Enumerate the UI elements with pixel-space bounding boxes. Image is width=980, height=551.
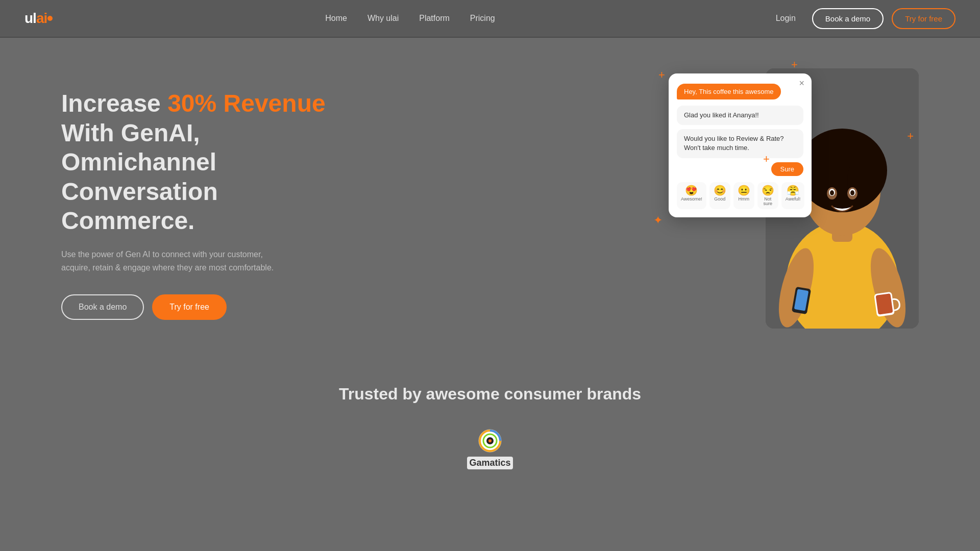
emoji-awful-label: Aweful! xyxy=(786,197,800,202)
svg-point-11 xyxy=(830,190,834,195)
plus-icon-1: + xyxy=(658,68,665,82)
chat-sure-area: Sure xyxy=(677,162,803,176)
emoji-awful-icon: 😤 xyxy=(787,185,799,195)
try-free-button-hero[interactable]: Try for free xyxy=(152,294,227,320)
book-demo-button-nav[interactable]: Book a demo xyxy=(812,8,884,29)
hero-left: Increase 30% RevenueWith GenAI, Omnichan… xyxy=(61,68,327,320)
chat-bubble-reply-2: Would you like to Review & Rate? Won't t… xyxy=(677,129,803,158)
svg-point-23 xyxy=(488,439,492,442)
gamatics-logo-icon xyxy=(477,428,503,454)
logo-text: ulai xyxy=(24,10,47,27)
hero-right: + + + + ✦ × Hey, This coffee this awesom… xyxy=(653,68,919,334)
hero-title-prefix: Increase xyxy=(61,90,167,117)
emoji-awesome[interactable]: 😍 Awesome! xyxy=(677,182,706,209)
hero-subtitle: Use the power of Gen AI to connect with … xyxy=(61,248,276,274)
emoji-good[interactable]: 😊 Good xyxy=(709,182,730,209)
trusted-section: Trusted by awesome consumer brands Gamat… xyxy=(0,354,980,490)
emoji-awesome-label: Awesome! xyxy=(681,197,702,202)
close-icon[interactable]: × xyxy=(799,79,804,88)
nav-pricing[interactable]: Pricing xyxy=(470,14,495,22)
emoji-awesome-icon: 😍 xyxy=(685,185,698,195)
logo-dot xyxy=(47,16,53,21)
nav-home[interactable]: Home xyxy=(325,14,347,22)
emoji-not-sure-label: Not sure xyxy=(762,197,774,206)
emoji-hmm-icon: 😐 xyxy=(738,185,750,195)
brand-gamatics: Gamatics xyxy=(467,428,512,469)
sure-button[interactable]: Sure xyxy=(771,162,803,176)
try-free-button-nav[interactable]: Try for free xyxy=(892,8,955,29)
nav-why-ulai[interactable]: Why ulai xyxy=(368,14,399,22)
hero-title: Increase 30% RevenueWith GenAI, Omnichan… xyxy=(61,89,327,236)
hero-section: Increase 30% RevenueWith GenAI, Omnichan… xyxy=(0,38,980,354)
emoji-hmm-label: Hmm xyxy=(739,197,750,202)
brand-logo[interactable]: ulai xyxy=(24,10,53,27)
book-demo-button-hero[interactable]: Book a demo xyxy=(61,294,144,320)
navbar: ulai Home Why ulai Platform Pricing Logi… xyxy=(0,0,980,37)
nav-links: Home Why ulai Platform Pricing xyxy=(325,14,495,23)
hero-buttons: Book a demo Try for free xyxy=(61,294,327,320)
brand-logos: Gamatics xyxy=(61,428,919,469)
emoji-not-sure-icon: 😒 xyxy=(762,185,774,195)
emoji-good-icon: 😊 xyxy=(714,185,726,195)
nav-right: Login Book a demo Try for free xyxy=(768,8,955,29)
svg-rect-18 xyxy=(875,293,893,315)
plus-icon-5: ✦ xyxy=(653,214,663,227)
emoji-hmm[interactable]: 😐 Hmm xyxy=(733,182,754,209)
hero-title-suffix: With GenAI, OmnichannelConversation Comm… xyxy=(61,119,218,235)
emoji-awful[interactable]: 😤 Aweful! xyxy=(781,182,804,209)
trusted-title: Trusted by awesome consumer brands xyxy=(61,385,919,404)
chat-widget: × Hey, This coffee this awesome Glad you… xyxy=(669,73,812,217)
login-button[interactable]: Login xyxy=(768,10,804,27)
chat-bubble-user: Hey, This coffee this awesome xyxy=(677,84,781,99)
emoji-row: 😍 Awesome! 😊 Good 😐 Hmm 😒 Not sure 😤 xyxy=(677,182,803,209)
hero-title-accent: 30% Revenue xyxy=(167,90,326,117)
emoji-not-sure[interactable]: 😒 Not sure xyxy=(757,182,778,209)
emoji-good-label: Good xyxy=(714,197,725,202)
svg-point-12 xyxy=(850,190,854,195)
chat-bubble-reply-1: Glad you liked it Ananya!! xyxy=(677,106,803,125)
nav-platform[interactable]: Platform xyxy=(419,14,450,22)
gamatics-brand-name: Gamatics xyxy=(467,457,512,469)
